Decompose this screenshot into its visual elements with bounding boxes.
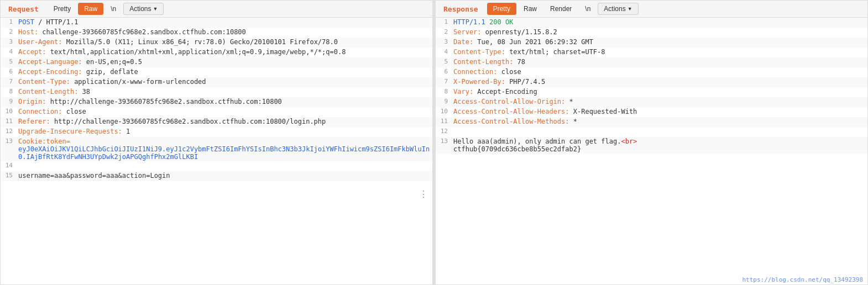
request-lines: 1 POST / HTTP/1.1 2 Host: challenge-3936… xyxy=(1,18,432,181)
response-header: Response Pretty Raw Render \n Actions ▼ xyxy=(436,1,867,18)
table-row: 15 username=aaa&password=aaa&action=Logi… xyxy=(1,171,432,181)
table-row: 10 Connection: close xyxy=(1,107,432,117)
table-row: 7 X-Powered-By: PHP/7.4.5 xyxy=(436,77,867,87)
table-row: 3 User-Agent: Mozilla/5.0 (X11; Linux x8… xyxy=(1,38,432,48)
watermark-text: https://blog.csdn.net/qq_13492398 xyxy=(742,276,863,283)
response-body: 1 HTTP/1.1 200 OK 2 Server: openresty/1.… xyxy=(436,18,867,284)
table-row: 3 Date: Tue, 08 Jun 2021 06:29:32 GMT xyxy=(436,38,867,48)
table-row: 6 Connection: close xyxy=(436,67,867,77)
request-tab-pretty[interactable]: Pretty xyxy=(48,3,77,15)
table-row: 9 Origin: http://challenge-393660785fc96… xyxy=(1,97,432,107)
response-lines: 1 HTTP/1.1 200 OK 2 Server: openresty/1.… xyxy=(436,18,867,154)
table-row: 14 xyxy=(1,161,432,171)
table-row: 10 Access-Control-Allow-Headers: X-Reque… xyxy=(436,107,867,117)
response-tab-raw[interactable]: Raw xyxy=(517,3,543,15)
chevron-down-icon: ▼ xyxy=(628,6,632,12)
table-row: 13 Cookie:token= eyJ0eXAiOiJKV1QiLCJhbGc… xyxy=(1,137,432,161)
table-row: 2 Host: challenge-393660785fc968e2.sandb… xyxy=(1,28,432,38)
table-row: 4 Content-Type: text/html; charset=UTF-8 xyxy=(436,48,867,57)
table-row: 13 Hello aaa(admin), only admin can get … xyxy=(436,137,867,154)
table-row: 12 xyxy=(436,127,867,137)
request-header: Request Pretty Raw \n Actions ▼ xyxy=(1,1,432,18)
response-title: Response xyxy=(440,4,482,14)
table-row: 12 Upgrade-Insecure-Requests: 1 xyxy=(1,127,432,137)
table-row: 8 Content-Length: 38 xyxy=(1,87,432,97)
table-row: 11 Referer: http://challenge-393660785fc… xyxy=(1,117,432,127)
table-row: 7 Content-Type: application/x-www-form-u… xyxy=(1,77,432,87)
request-tab-newline[interactable]: \n xyxy=(104,3,122,15)
table-row: 5 Content-Length: 78 xyxy=(436,57,867,67)
table-row: 8 Vary: Accept-Encoding xyxy=(436,87,867,97)
more-options-icon[interactable]: ⋮ xyxy=(419,189,428,199)
response-tab-pretty[interactable]: Pretty xyxy=(487,3,516,15)
request-title: Request xyxy=(5,4,42,14)
request-body: 1 POST / HTTP/1.1 2 Host: challenge-3936… xyxy=(1,18,432,284)
chevron-down-icon: ▼ xyxy=(153,6,158,12)
table-row: 9 Access-Control-Allow-Origin: * xyxy=(436,97,867,107)
request-panel: Request Pretty Raw \n Actions ▼ 1 POST /… xyxy=(0,0,433,285)
table-row: 5 Accept-Language: en-US,en;q=0.5 xyxy=(1,57,432,67)
table-row: 1 POST / HTTP/1.1 xyxy=(1,18,432,28)
response-tab-render[interactable]: Render xyxy=(544,3,578,15)
request-actions-button[interactable]: Actions ▼ xyxy=(123,3,164,15)
response-panel: Response Pretty Raw Render \n Actions ▼ … xyxy=(435,0,868,285)
response-tab-newline[interactable]: \n xyxy=(579,3,597,15)
table-row: 1 HTTP/1.1 200 OK xyxy=(436,18,867,28)
table-row: 2 Server: openresty/1.15.8.2 xyxy=(436,28,867,38)
response-actions-button[interactable]: Actions ▼ xyxy=(598,3,638,15)
request-tab-raw[interactable]: Raw xyxy=(78,3,103,15)
table-row: 11 Access-Control-Allow-Methods: * xyxy=(436,117,867,127)
table-row: 6 Accept-Encoding: gzip, deflate xyxy=(1,67,432,77)
table-row: 4 Accept: text/html,application/xhtml+xm… xyxy=(1,48,432,57)
